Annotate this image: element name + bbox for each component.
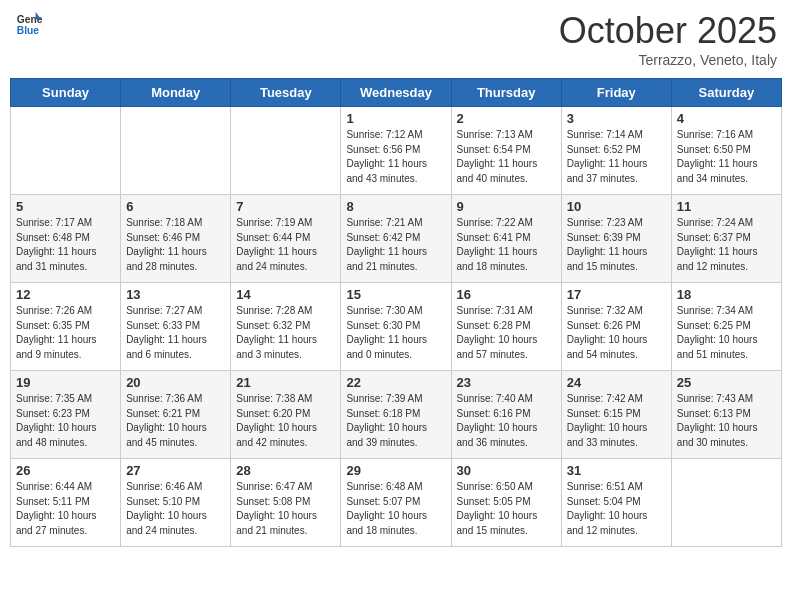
days-header-row: SundayMondayTuesdayWednesdayThursdayFrid… [11,79,782,107]
calendar-cell: 27Sunrise: 6:46 AM Sunset: 5:10 PM Dayli… [121,459,231,547]
svg-text:General: General [17,14,43,25]
day-number: 28 [236,463,335,478]
day-info: Sunrise: 7:43 AM Sunset: 6:13 PM Dayligh… [677,392,776,450]
calendar-cell: 17Sunrise: 7:32 AM Sunset: 6:26 PM Dayli… [561,283,671,371]
calendar-cell: 22Sunrise: 7:39 AM Sunset: 6:18 PM Dayli… [341,371,451,459]
calendar-cell [11,107,121,195]
day-number: 5 [16,199,115,214]
day-info: Sunrise: 7:36 AM Sunset: 6:21 PM Dayligh… [126,392,225,450]
day-number: 21 [236,375,335,390]
calendar-week-1: 1Sunrise: 7:12 AM Sunset: 6:56 PM Daylig… [11,107,782,195]
calendar-cell: 6Sunrise: 7:18 AM Sunset: 6:46 PM Daylig… [121,195,231,283]
day-info: Sunrise: 7:40 AM Sunset: 6:16 PM Dayligh… [457,392,556,450]
day-info: Sunrise: 7:13 AM Sunset: 6:54 PM Dayligh… [457,128,556,186]
day-info: Sunrise: 7:12 AM Sunset: 6:56 PM Dayligh… [346,128,445,186]
calendar-cell: 8Sunrise: 7:21 AM Sunset: 6:42 PM Daylig… [341,195,451,283]
day-info: Sunrise: 7:34 AM Sunset: 6:25 PM Dayligh… [677,304,776,362]
title-block: October 2025 Terrazzo, Veneto, Italy [559,10,777,68]
day-info: Sunrise: 7:14 AM Sunset: 6:52 PM Dayligh… [567,128,666,186]
day-number: 23 [457,375,556,390]
day-number: 20 [126,375,225,390]
day-number: 27 [126,463,225,478]
calendar-table: SundayMondayTuesdayWednesdayThursdayFrid… [10,78,782,547]
day-number: 24 [567,375,666,390]
calendar-cell: 14Sunrise: 7:28 AM Sunset: 6:32 PM Dayli… [231,283,341,371]
logo: General Blue [15,10,45,38]
calendar-cell: 21Sunrise: 7:38 AM Sunset: 6:20 PM Dayli… [231,371,341,459]
calendar-cell [121,107,231,195]
calendar-week-5: 26Sunrise: 6:44 AM Sunset: 5:11 PM Dayli… [11,459,782,547]
day-info: Sunrise: 7:16 AM Sunset: 6:50 PM Dayligh… [677,128,776,186]
calendar-cell: 1Sunrise: 7:12 AM Sunset: 6:56 PM Daylig… [341,107,451,195]
day-info: Sunrise: 7:38 AM Sunset: 6:20 PM Dayligh… [236,392,335,450]
calendar-cell: 3Sunrise: 7:14 AM Sunset: 6:52 PM Daylig… [561,107,671,195]
day-number: 18 [677,287,776,302]
day-info: Sunrise: 7:30 AM Sunset: 6:30 PM Dayligh… [346,304,445,362]
day-header-thursday: Thursday [451,79,561,107]
day-info: Sunrise: 7:31 AM Sunset: 6:28 PM Dayligh… [457,304,556,362]
day-number: 19 [16,375,115,390]
day-info: Sunrise: 7:42 AM Sunset: 6:15 PM Dayligh… [567,392,666,450]
calendar-cell [231,107,341,195]
day-info: Sunrise: 7:23 AM Sunset: 6:39 PM Dayligh… [567,216,666,274]
page-header: General Blue October 2025 Terrazzo, Vene… [10,10,782,68]
calendar-cell: 10Sunrise: 7:23 AM Sunset: 6:39 PM Dayli… [561,195,671,283]
day-number: 16 [457,287,556,302]
day-number: 29 [346,463,445,478]
day-info: Sunrise: 6:48 AM Sunset: 5:07 PM Dayligh… [346,480,445,538]
day-number: 31 [567,463,666,478]
day-number: 22 [346,375,445,390]
logo-icon: General Blue [15,10,43,38]
calendar-cell: 16Sunrise: 7:31 AM Sunset: 6:28 PM Dayli… [451,283,561,371]
day-info: Sunrise: 6:47 AM Sunset: 5:08 PM Dayligh… [236,480,335,538]
day-number: 9 [457,199,556,214]
day-number: 13 [126,287,225,302]
calendar-cell: 29Sunrise: 6:48 AM Sunset: 5:07 PM Dayli… [341,459,451,547]
calendar-cell: 11Sunrise: 7:24 AM Sunset: 6:37 PM Dayli… [671,195,781,283]
day-number: 1 [346,111,445,126]
day-number: 3 [567,111,666,126]
day-number: 8 [346,199,445,214]
calendar-cell: 15Sunrise: 7:30 AM Sunset: 6:30 PM Dayli… [341,283,451,371]
calendar-cell: 25Sunrise: 7:43 AM Sunset: 6:13 PM Dayli… [671,371,781,459]
calendar-cell: 19Sunrise: 7:35 AM Sunset: 6:23 PM Dayli… [11,371,121,459]
day-number: 2 [457,111,556,126]
day-info: Sunrise: 7:32 AM Sunset: 6:26 PM Dayligh… [567,304,666,362]
day-header-tuesday: Tuesday [231,79,341,107]
calendar-week-3: 12Sunrise: 7:26 AM Sunset: 6:35 PM Dayli… [11,283,782,371]
calendar-cell: 7Sunrise: 7:19 AM Sunset: 6:44 PM Daylig… [231,195,341,283]
day-header-friday: Friday [561,79,671,107]
day-info: Sunrise: 7:24 AM Sunset: 6:37 PM Dayligh… [677,216,776,274]
day-info: Sunrise: 7:26 AM Sunset: 6:35 PM Dayligh… [16,304,115,362]
day-header-wednesday: Wednesday [341,79,451,107]
day-info: Sunrise: 7:21 AM Sunset: 6:42 PM Dayligh… [346,216,445,274]
day-info: Sunrise: 7:27 AM Sunset: 6:33 PM Dayligh… [126,304,225,362]
day-header-saturday: Saturday [671,79,781,107]
day-number: 10 [567,199,666,214]
day-number: 15 [346,287,445,302]
day-info: Sunrise: 7:28 AM Sunset: 6:32 PM Dayligh… [236,304,335,362]
calendar-cell: 23Sunrise: 7:40 AM Sunset: 6:16 PM Dayli… [451,371,561,459]
calendar-cell: 20Sunrise: 7:36 AM Sunset: 6:21 PM Dayli… [121,371,231,459]
day-info: Sunrise: 6:46 AM Sunset: 5:10 PM Dayligh… [126,480,225,538]
day-number: 4 [677,111,776,126]
calendar-cell: 31Sunrise: 6:51 AM Sunset: 5:04 PM Dayli… [561,459,671,547]
calendar-cell: 4Sunrise: 7:16 AM Sunset: 6:50 PM Daylig… [671,107,781,195]
svg-text:Blue: Blue [17,25,40,36]
day-info: Sunrise: 7:17 AM Sunset: 6:48 PM Dayligh… [16,216,115,274]
day-number: 30 [457,463,556,478]
calendar-cell [671,459,781,547]
day-info: Sunrise: 6:51 AM Sunset: 5:04 PM Dayligh… [567,480,666,538]
calendar-cell: 5Sunrise: 7:17 AM Sunset: 6:48 PM Daylig… [11,195,121,283]
location-subtitle: Terrazzo, Veneto, Italy [559,52,777,68]
day-info: Sunrise: 7:19 AM Sunset: 6:44 PM Dayligh… [236,216,335,274]
calendar-cell: 30Sunrise: 6:50 AM Sunset: 5:05 PM Dayli… [451,459,561,547]
day-info: Sunrise: 6:50 AM Sunset: 5:05 PM Dayligh… [457,480,556,538]
day-number: 17 [567,287,666,302]
day-header-monday: Monday [121,79,231,107]
day-info: Sunrise: 7:39 AM Sunset: 6:18 PM Dayligh… [346,392,445,450]
day-number: 6 [126,199,225,214]
month-title: October 2025 [559,10,777,52]
calendar-cell: 12Sunrise: 7:26 AM Sunset: 6:35 PM Dayli… [11,283,121,371]
day-info: Sunrise: 6:44 AM Sunset: 5:11 PM Dayligh… [16,480,115,538]
